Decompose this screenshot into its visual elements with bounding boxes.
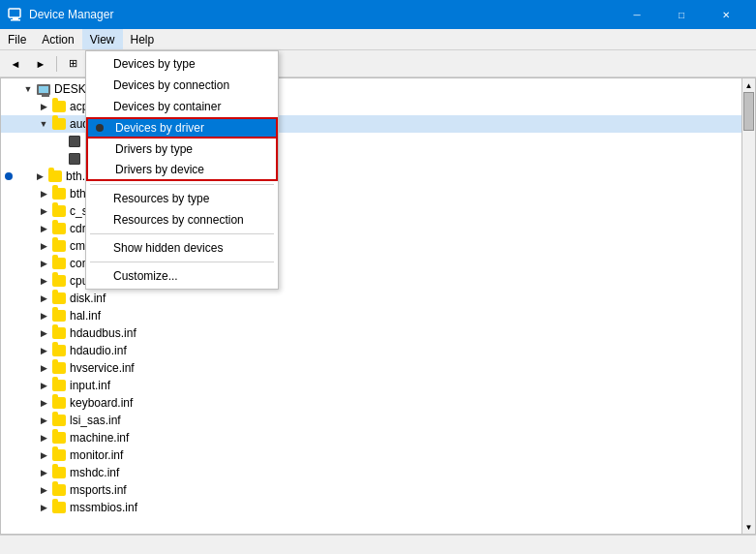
menu-action[interactable]: Action [34,29,81,49]
folder-icon [51,500,67,515]
toggle-icon[interactable]: ▶ [36,482,51,498]
scroll-down-arrow[interactable]: ▼ [742,520,755,534]
menu-devices-by-container[interactable]: Devices by container [86,96,278,117]
item-label: hvservice.inf [70,361,135,375]
menu-file[interactable]: File [0,29,34,49]
toggle-icon[interactable]: ▶ [36,273,51,289]
list-item[interactable]: ▶ disk.inf [1,290,741,307]
list-item[interactable]: ▶ machine.inf [1,429,741,446]
menu-show-hidden[interactable]: Show hidden devices [86,237,278,259]
folder-icon [51,291,67,306]
folder-icon [51,186,67,201]
toggle-icon[interactable]: ▶ [36,378,51,393]
toolbar-properties[interactable]: ⊞ [61,53,84,75]
folder-icon [51,308,67,323]
folder-icon [51,273,67,289]
toggle-icon [51,134,67,149]
toggle-icon[interactable]: ▶ [36,186,51,201]
scroll-thumb[interactable] [743,92,754,131]
separator-3 [90,262,274,262]
list-item[interactable]: ▶ mssmbios.inf [1,499,741,516]
toggle-icon[interactable]: ▶ [36,203,51,219]
toggle-icon[interactable]: ▶ [32,169,47,184]
list-item[interactable]: ▶ mshdc.inf [1,464,741,481]
list-item[interactable]: ▶ monitor.inf [1,446,741,464]
scroll-up-arrow[interactable]: ▲ [742,78,755,92]
toolbar-forward[interactable]: ► [29,53,52,75]
menu-devices-by-driver[interactable]: Devices by driver [86,117,278,138]
toggle-icon[interactable]: ▶ [36,99,51,114]
svg-rect-2 [11,19,20,21]
menu-drivers-by-type[interactable]: Drivers by type [86,138,278,160]
list-item[interactable]: ▶ hvservice.inf [1,359,741,377]
menu-bar: File Action View Help Devices by type De… [0,29,756,50]
folder-icon [51,360,67,376]
menu-drivers-by-device[interactable]: Drivers by device [86,160,278,181]
folder-icon [51,116,67,132]
toggle-icon[interactable]: ▶ [36,343,51,358]
toggle-icon[interactable]: ▶ [36,395,51,411]
toggle-icon[interactable]: ▶ [36,238,51,254]
toggle-icon[interactable]: ▶ [36,465,51,480]
folder-icon [51,447,67,463]
list-item[interactable]: ▶ hdaudbus.inf [1,324,741,342]
toggle-icon[interactable]: ▼ [36,116,51,132]
item-label: keyboard.inf [70,396,133,410]
item-label: mssmbios.inf [70,501,137,514]
toggle-icon[interactable]: ▶ [36,256,51,271]
list-item[interactable]: ▶ msports.inf [1,481,741,499]
item-label: hdaudio.inf [70,344,127,357]
maximize-button[interactable]: □ [659,0,704,29]
toggle-icon[interactable]: ▶ [36,221,51,236]
view-dropdown-menu: Devices by type Devices by connection De… [85,50,279,290]
folder-icon [51,221,67,236]
folder-icon [51,238,67,254]
root-toggle[interactable]: ▼ [20,81,36,97]
list-item[interactable]: ▶ hdaudio.inf [1,342,741,359]
menu-help[interactable]: Help [123,29,163,49]
list-item[interactable]: ▶ keyboard.inf [1,394,741,412]
menu-resources-by-type[interactable]: Resources by type [86,188,278,209]
item-label: msports.inf [70,483,127,497]
toggle-icon[interactable]: ▶ [36,500,51,515]
list-item[interactable]: ▶ lsi_sas.inf [1,412,741,429]
toggle-icon[interactable]: ▶ [36,413,51,428]
item-label: monitor.inf [70,448,123,462]
folder-icon [47,169,63,184]
toolbar-back[interactable]: ◄ [4,53,27,75]
app-icon [8,7,23,22]
menu-devices-by-connection[interactable]: Devices by connection [86,75,278,96]
menu-devices-by-type[interactable]: Devices by type [86,53,278,75]
close-button[interactable]: ✕ [704,0,748,29]
scroll-track[interactable] [742,92,755,520]
toggle-icon[interactable]: ▶ [36,291,51,306]
folder-icon [51,203,67,219]
separator-2 [90,233,274,234]
toggle-icon[interactable]: ▶ [36,308,51,323]
toolbar-separator [56,56,57,72]
list-item[interactable]: ▶ input.inf [1,377,741,394]
menu-view[interactable]: View [82,29,123,49]
folder-icon [51,256,67,271]
folder-icon [51,465,67,480]
toggle-icon[interactable]: ▶ [36,430,51,446]
svg-rect-1 [13,17,18,19]
svg-rect-0 [9,9,20,17]
folder-icon [51,99,67,114]
folder-icon [51,413,67,428]
vertical-scrollbar[interactable]: ▲ ▼ [741,78,755,534]
toggle-icon[interactable]: ▶ [36,360,51,376]
menu-resources-by-connection[interactable]: Resources by connection [86,209,278,231]
folder-icon [51,482,67,498]
menu-customize[interactable]: Customize... [86,265,278,287]
toggle-icon[interactable]: ▶ [36,447,51,463]
toggle-icon [51,151,67,167]
minimize-button[interactable]: ─ [615,0,659,29]
status-bar [0,535,756,554]
device-icon [67,151,82,167]
folder-icon [51,343,67,358]
list-item[interactable]: ▶ hal.inf [1,307,741,324]
folder-icon [51,395,67,411]
computer-icon [36,81,51,97]
toggle-icon[interactable]: ▶ [36,325,51,341]
